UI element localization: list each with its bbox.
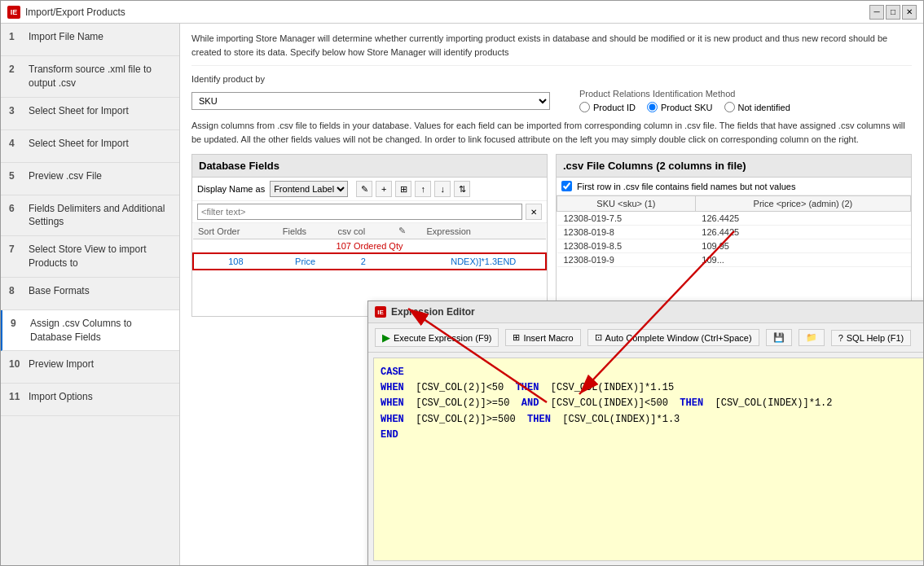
sidebar-label-9: Assign .csv Columns to Database Fields — [30, 317, 171, 344]
sidebar-item-2[interactable]: 2 Transform source .xml file to output .… — [1, 56, 179, 98]
csv-panel: .csv File Columns (2 columns in file) Fi… — [556, 154, 912, 317]
sidebar-item-9[interactable]: 9 Assign .csv Columns to Database Fields — [1, 310, 179, 352]
radio-product-sku-input[interactable] — [647, 102, 658, 112]
grid-icon[interactable]: ⊞ — [395, 181, 411, 197]
window-title: Import/Export Products — [25, 7, 125, 18]
info-text: While importing Store Manager will deter… — [191, 32, 912, 66]
help-icon: ? — [838, 333, 843, 343]
minimize-button[interactable]: ─ — [869, 5, 884, 20]
table-row[interactable]: 107 Ordered Qty — [193, 239, 546, 254]
price-csv: 2 — [332, 253, 394, 270]
sort-icon[interactable]: ⇅ — [454, 181, 470, 197]
sidebar-item-10[interactable]: 10 Preview Import — [1, 351, 179, 384]
radio-product-sku-label: Product SKU — [661, 103, 713, 112]
open-button[interactable]: 📁 — [799, 329, 825, 346]
sidebar-num-3: 3 — [9, 105, 22, 116]
csv-row-2-col1: 12308-019-8 — [557, 226, 696, 239]
expression-code-editor[interactable]: CASE WHEN [CSV_COL(2)]<50 THEN [CSV_COL(… — [373, 358, 923, 561]
sidebar-label-10: Preview Import — [29, 358, 94, 371]
filter-clear-icon[interactable]: ✕ — [526, 204, 542, 220]
sidebar-label-1: Import File Name — [29, 30, 103, 44]
display-name-label: Display Name as — [197, 184, 265, 194]
radio-product-id-label: Product ID — [593, 103, 636, 112]
sidebar-num-7: 7 — [9, 244, 22, 255]
col-expression: Expression — [422, 223, 546, 239]
info-text-content: While importing Store Manager will deter… — [191, 33, 887, 57]
price-sort: 108 — [193, 253, 278, 270]
csv-row-4-col2: 109... — [695, 253, 910, 267]
assign-info: Assign columns from .csv file to fields … — [191, 119, 912, 146]
auto-complete-button[interactable]: ⊡ Auto Complete Window (Ctrl+Space) — [587, 329, 759, 346]
radio-not-identified[interactable]: Not identified — [724, 102, 790, 112]
auto-complete-label: Auto Complete Window (Ctrl+Space) — [605, 333, 752, 343]
radio-not-identified-input[interactable] — [724, 102, 735, 112]
save-button[interactable]: 💾 — [766, 329, 792, 346]
table-row: 12308-019-8.5 109.95 — [557, 239, 911, 253]
sidebar-label-7: Select Store View to import Products to — [29, 243, 171, 270]
edit-icon[interactable]: ✎ — [356, 181, 372, 197]
db-fields-panel: Database Fields Display Name as Frontend… — [191, 154, 548, 317]
radio-product-sku[interactable]: Product SKU — [647, 102, 713, 112]
csv-row-1-col2: 126.4425 — [695, 212, 910, 226]
sidebar: 1 Import File Name 2 Transform source .x… — [1, 24, 180, 565]
title-bar: IE Import/Export Products ─ □ ✕ — [1, 1, 923, 24]
fields-table: Sort Order Fields csv col ✎ Expression 1… — [192, 223, 547, 270]
sidebar-label-3: Select Sheet for Import — [29, 104, 129, 118]
first-row-checkbox[interactable] — [561, 181, 572, 191]
filter-row: ✕ — [192, 201, 547, 223]
sidebar-item-5[interactable]: 5 Preview .csv File — [1, 163, 179, 195]
import-icon[interactable]: ↓ — [434, 181, 451, 197]
ordered-qty-row: 107 Ordered Qty — [193, 239, 546, 254]
csv-panel-header: .csv File Columns (2 columns in file) — [557, 155, 911, 178]
display-name-row: Display Name as Frontend Label ✎ + ⊞ ↑ ↓… — [192, 178, 547, 201]
sidebar-item-7[interactable]: 7 Select Store View to import Products t… — [1, 236, 179, 278]
two-panels: Database Fields Display Name as Frontend… — [191, 154, 912, 317]
title-bar-left: IE Import/Export Products — [7, 6, 125, 19]
expression-editor-dialog: IE Expression Editor ✕ ▶ Execute Express… — [367, 301, 923, 565]
csv-row-3-col2: 109.95 — [695, 239, 910, 253]
insert-macro-button[interactable]: ⊞ Insert Macro — [505, 329, 580, 346]
sidebar-label-2: Transform source .xml file to output .cs… — [29, 63, 171, 90]
csv-col-sku: SKU <sku> (1) — [557, 196, 696, 212]
sidebar-item-6[interactable]: 6 Fields Delimiters and Additional Setti… — [1, 195, 179, 237]
table-row: 12308-019-9 109... — [557, 253, 911, 267]
radio-product-id[interactable]: Product ID — [579, 102, 636, 112]
checkbox-label: First row in .csv file contains field na… — [577, 182, 795, 191]
sidebar-item-11[interactable]: 11 Import Options — [1, 384, 179, 416]
sidebar-label-6: Fields Delimiters and Additional Setting… — [29, 202, 171, 230]
price-row[interactable]: 108 Price 2 NDEX)]*1.3END — [193, 253, 546, 270]
sidebar-num-5: 5 — [9, 170, 22, 182]
db-fields-header: Database Fields — [192, 155, 547, 178]
close-button[interactable]: ✕ — [902, 5, 917, 20]
sql-help-label: SQL Help (F1) — [847, 333, 904, 343]
sidebar-label-5: Preview .csv File — [29, 169, 102, 183]
execute-label: Execute Expression (F9) — [394, 333, 491, 343]
radio-product-id-input[interactable] — [579, 102, 590, 112]
sidebar-item-3[interactable]: 3 Select Sheet for Import — [1, 98, 179, 130]
sidebar-item-4[interactable]: 4 Select Sheet for Import — [1, 130, 179, 163]
main-window: IE Import/Export Products ─ □ ✕ 1 Import… — [0, 0, 924, 566]
sidebar-item-1[interactable]: 1 Import File Name — [1, 24, 179, 56]
sidebar-item-8[interactable]: 8 Base Formats — [1, 278, 179, 310]
identify-dropdown[interactable]: SKU — [191, 92, 550, 110]
save-icon: 💾 — [773, 332, 785, 343]
checkbox-row: First row in .csv file contains field na… — [557, 178, 911, 195]
folder-icon: 📁 — [806, 332, 817, 343]
dialog-toolbar: ▶ Execute Expression (F9) ⊞ Insert Macro… — [368, 323, 923, 353]
sidebar-num-2: 2 — [9, 64, 22, 75]
display-name-select[interactable]: Frontend Label — [270, 181, 348, 197]
dialog-title-text: Expression Editor — [391, 306, 475, 318]
sql-help-button[interactable]: ? SQL Help (F1) — [831, 330, 912, 346]
filter-input[interactable] — [197, 204, 522, 220]
execute-expression-button[interactable]: ▶ Execute Expression (F9) — [375, 328, 499, 347]
sidebar-label-4: Select Sheet for Import — [29, 137, 129, 151]
price-field: Price — [278, 253, 333, 270]
add-icon[interactable]: + — [376, 181, 392, 197]
csv-panel-title: .csv File Columns (2 columns in file) — [563, 160, 746, 172]
dialog-title-bar: IE Expression Editor ✕ — [368, 301, 923, 323]
export-icon[interactable]: ↑ — [415, 181, 431, 197]
maximize-button[interactable]: □ — [886, 5, 900, 20]
price-edit — [394, 253, 421, 270]
macro-icon: ⊞ — [513, 332, 520, 343]
sidebar-num-6: 6 — [9, 203, 22, 214]
